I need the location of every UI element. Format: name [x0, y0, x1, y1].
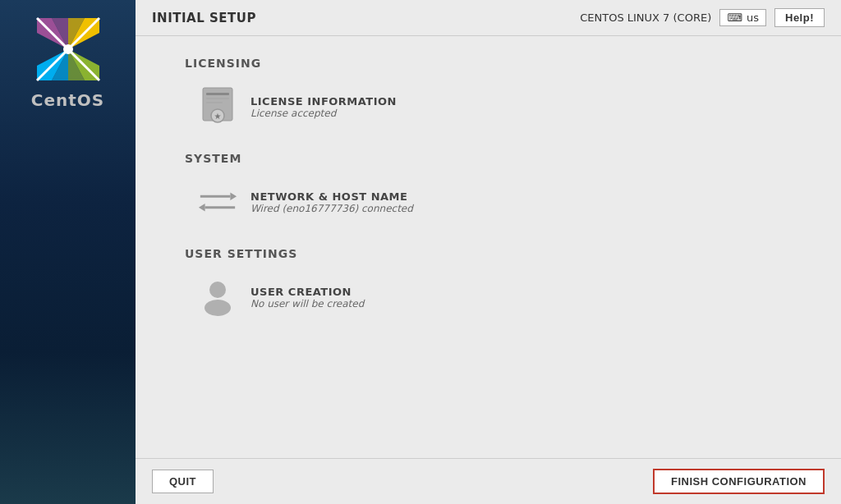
- license-information-title: LICENSE INFORMATION: [250, 95, 397, 108]
- network-hostname-item[interactable]: NETWORK & HOST NAME Wired (eno16777736) …: [185, 173, 792, 231]
- svg-point-21: [209, 282, 226, 298]
- sidebar: CentOS: [0, 0, 136, 504]
- user-creation-subtitle: No user will be created: [250, 298, 364, 309]
- footer: QUIT FINISH CONFIGURATION: [136, 458, 841, 504]
- network-hostname-text: NETWORK & HOST NAME Wired (eno16777736) …: [250, 190, 413, 214]
- header: INITIAL SETUP CENTOS LINUX 7 (CORE) ⌨ us…: [136, 0, 841, 36]
- user-creation-item[interactable]: USER CREATION No user will be created: [185, 268, 792, 326]
- license-information-item[interactable]: ★ LICENSE INFORMATION License accepted: [185, 78, 792, 135]
- finish-configuration-button[interactable]: FINISH CONFIGURATION: [653, 469, 825, 494]
- section-title-user-settings: USER SETTINGS: [185, 247, 792, 260]
- help-button[interactable]: Help!: [774, 8, 825, 27]
- main-panel: INITIAL SETUP CENTOS LINUX 7 (CORE) ⌨ us…: [136, 0, 841, 504]
- user-creation-icon: [197, 277, 238, 318]
- network-hostname-subtitle: Wired (eno16777736) connected: [250, 203, 413, 214]
- brand-label: CentOS: [31, 90, 104, 110]
- section-system: NETWORK & HOST NAME Wired (eno16777736) …: [185, 173, 792, 231]
- svg-marker-18: [230, 192, 237, 200]
- svg-rect-13: [206, 98, 229, 99]
- svg-text:★: ★: [214, 112, 222, 121]
- header-right: CENTOS LINUX 7 (CORE) ⌨ us Help!: [580, 8, 825, 27]
- license-information-text: LICENSE INFORMATION License accepted: [250, 95, 397, 119]
- svg-marker-20: [199, 204, 205, 212]
- page-title: INITIAL SETUP: [152, 11, 256, 25]
- os-label: CENTOS LINUX 7 (CORE): [580, 11, 711, 24]
- svg-point-22: [205, 300, 231, 316]
- section-licensing: ★ LICENSE INFORMATION License accepted: [185, 78, 792, 135]
- license-information-subtitle: License accepted: [250, 108, 397, 119]
- section-title-licensing: LICENSING: [185, 57, 792, 70]
- user-creation-text: USER CREATION No user will be created: [250, 286, 364, 309]
- quit-button[interactable]: QUIT: [152, 470, 214, 493]
- content-area: LICENSING ★ LICENSE INFORM: [136, 36, 841, 458]
- section-title-system: SYSTEM: [185, 152, 792, 165]
- keyboard-lang: us: [747, 11, 759, 24]
- license-icon: ★: [197, 86, 238, 127]
- network-hostname-title: NETWORK & HOST NAME: [250, 190, 413, 203]
- svg-rect-14: [206, 102, 223, 103]
- svg-rect-12: [206, 93, 229, 95]
- keyboard-widget[interactable]: ⌨ us: [719, 9, 766, 26]
- svg-point-10: [63, 44, 73, 54]
- user-creation-title: USER CREATION: [250, 286, 364, 298]
- network-icon: [197, 181, 238, 222]
- keyboard-icon: ⌨: [727, 11, 742, 24]
- section-user-settings: USER CREATION No user will be created: [185, 268, 792, 326]
- centos-logo-icon: [35, 16, 101, 82]
